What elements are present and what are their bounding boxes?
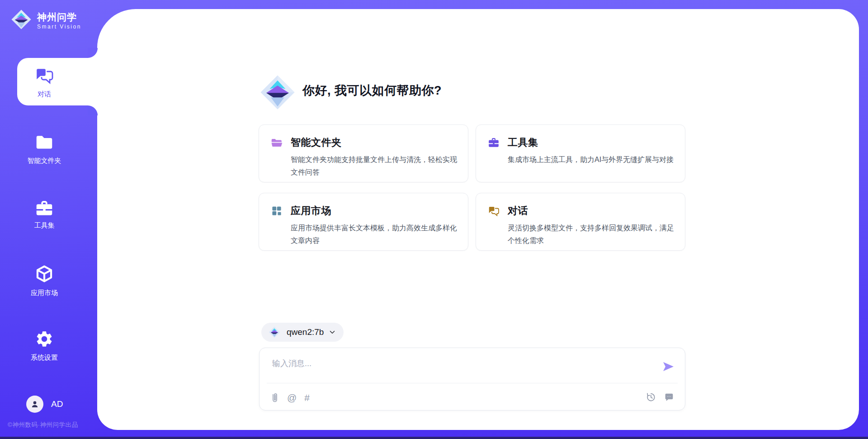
briefcase-icon <box>488 137 500 148</box>
card-title: 对话 <box>508 204 677 218</box>
person-icon <box>30 399 40 409</box>
paperclip-icon[interactable] <box>270 392 279 404</box>
brand-title: 神州问学 <box>37 12 81 22</box>
card-description: 集成市场上主流工具，助力AI与外界无缝扩展与对接 <box>508 153 677 166</box>
card-description: 应用市场提供丰富长文本模板，助力高效生成多样化文章内容 <box>291 222 460 247</box>
tab-fillet-top <box>88 48 98 58</box>
sidebar-item-smart-folder-label[interactable]: 智能文件夹 <box>0 157 89 165</box>
card-title: 应用市场 <box>291 204 460 218</box>
bottom-edge-bar <box>0 437 868 439</box>
history-icon[interactable] <box>646 392 656 402</box>
folder-icon <box>35 134 54 151</box>
card-toolset[interactable]: 工具集 集成市场上主流工具，助力AI与外界无缝扩展与对接 <box>476 124 685 182</box>
send-icon[interactable] <box>661 360 675 373</box>
sidebar-item-chat[interactable] <box>0 67 89 86</box>
sidebar-item-chat-label[interactable]: 对话 <box>0 90 89 99</box>
composer-divider <box>267 383 678 383</box>
mention-icon[interactable]: @ <box>287 392 297 403</box>
brand-logo: 神州问学 Smart Vision <box>11 9 81 30</box>
message-composer: @ # <box>259 348 685 410</box>
folder-open-icon <box>271 137 283 148</box>
card-chat[interactable]: 对话 灵活切换多模型文件，支持多样回复效果调试，满足个性化需求 <box>476 193 685 251</box>
greeting-title: 你好, 我可以如何帮助你? <box>302 82 442 99</box>
card-description: 灵活切换多模型文件，支持多样回复效果调试，满足个性化需求 <box>508 222 677 247</box>
user-name: AD <box>51 399 63 409</box>
card-smart-folder[interactable]: 智能文件夹 智能文件夹功能支持批量文件上传与清洗，轻松实现文件问答 <box>259 124 468 182</box>
user-profile[interactable]: AD <box>26 396 63 413</box>
chat-icon <box>488 205 500 216</box>
grid-cube-icon <box>271 205 283 216</box>
avatar[interactable] <box>26 396 43 413</box>
greeting-logo-icon <box>259 74 296 110</box>
message-input[interactable] <box>271 357 644 382</box>
copyright-text: ©神州数码·神州问学出品 <box>8 421 78 429</box>
briefcase-icon <box>35 200 54 217</box>
model-logo-icon <box>269 326 280 338</box>
sidebar-item-settings-label[interactable]: 系统设置 <box>0 353 89 362</box>
brand-subtitle: Smart Vision <box>37 24 81 30</box>
model-name: qwen2:7b <box>287 327 324 337</box>
tab-fillet-bottom <box>88 105 98 115</box>
card-title: 工具集 <box>508 136 677 149</box>
sidebar-item-toolset-label[interactable]: 工具集 <box>0 221 89 230</box>
app-window: 神州问学 Smart Vision 对话 智能文件夹 工具集 应用市场 <box>0 0 868 439</box>
chevron-down-icon[interactable] <box>328 328 336 336</box>
brand-diamond-icon <box>11 9 32 30</box>
card-app-market[interactable]: 应用市场 应用市场提供丰富长文本模板，助力高效生成多样化文章内容 <box>259 193 468 251</box>
card-title: 智能文件夹 <box>291 136 460 149</box>
model-selector[interactable]: qwen2:7b <box>261 323 344 342</box>
sidebar-item-smart-folder[interactable] <box>0 134 89 153</box>
card-description: 智能文件夹功能支持批量文件上传与清洗，轻松实现文件问答 <box>291 153 460 179</box>
gear-icon <box>34 329 54 348</box>
sidebar-item-toolset[interactable] <box>0 200 89 219</box>
feedback-bubble-icon[interactable] <box>664 392 674 402</box>
topic-icon[interactable]: # <box>304 392 310 403</box>
sidebar-item-app-market-label[interactable]: 应用市场 <box>0 289 89 297</box>
sidebar-item-app-market[interactable] <box>0 264 89 285</box>
cube-icon <box>34 264 54 283</box>
chat-icon <box>34 67 54 85</box>
sidebar-item-settings[interactable] <box>0 329 89 350</box>
